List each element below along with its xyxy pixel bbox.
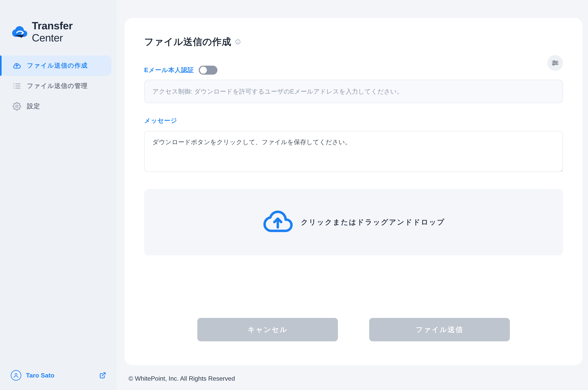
brand-logo[interactable]: Transfer Center (0, 0, 117, 55)
footer-copyright: © WhitePoint, Inc. All Rights Reserved (117, 369, 588, 390)
email-verify-label: Eメール本人認証 (144, 66, 194, 74)
sidebar-item-label: ファイル送信の作成 (27, 61, 88, 70)
dropzone-text: クリックまたはドラッグアンドドロップ (301, 217, 445, 227)
sidebar-nav: ファイル送信の作成 ファイル送信の管理 (0, 55, 117, 116)
user-avatar-icon (11, 370, 21, 381)
svg-point-7 (15, 373, 17, 375)
create-transfer-card: ファイル送信の作成 (125, 18, 583, 365)
sidebar-item-settings[interactable]: 設定 (0, 96, 111, 116)
sidebar: Transfer Center ファイル送信の作成 (0, 0, 117, 390)
message-textarea[interactable] (144, 131, 563, 172)
page-title: ファイル送信の作成 (144, 36, 231, 48)
svg-point-10 (238, 41, 238, 41)
access-control-input[interactable] (144, 80, 563, 103)
current-user[interactable]: Taro Sato (11, 370, 54, 381)
svg-point-1 (13, 86, 14, 86)
file-dropzone[interactable]: クリックまたはドラッグアンドドロップ (144, 189, 563, 255)
cloud-upload-large-icon (262, 208, 293, 237)
email-verify-toggle[interactable] (199, 66, 217, 75)
brand-text: Transfer Center (32, 20, 106, 44)
svg-point-12 (553, 61, 555, 62)
cancel-button[interactable]: キャンセル (197, 318, 338, 341)
list-icon (12, 82, 21, 90)
sidebar-item-label: ファイル送信の管理 (27, 82, 88, 90)
svg-point-0 (13, 83, 14, 84)
svg-point-16 (553, 64, 554, 65)
cloud-upload-icon (12, 61, 21, 70)
user-name: Taro Sato (26, 372, 54, 379)
message-label: メッセージ (144, 117, 177, 124)
external-link-button[interactable] (99, 372, 106, 379)
svg-point-2 (13, 88, 14, 89)
filter-settings-button[interactable] (547, 55, 563, 71)
sidebar-item-create-transfer[interactable]: ファイル送信の作成 (0, 55, 111, 76)
info-icon[interactable] (235, 39, 241, 45)
sidebar-item-manage-transfer[interactable]: ファイル送信の管理 (0, 76, 111, 96)
svg-point-14 (555, 62, 557, 63)
cloud-sync-icon (11, 23, 28, 41)
submit-button[interactable]: ファイル送信 (369, 318, 510, 341)
svg-point-6 (16, 105, 18, 107)
main: ファイル送信の作成 (117, 0, 588, 390)
sidebar-item-label: 設定 (27, 102, 40, 111)
gear-icon (12, 102, 21, 111)
